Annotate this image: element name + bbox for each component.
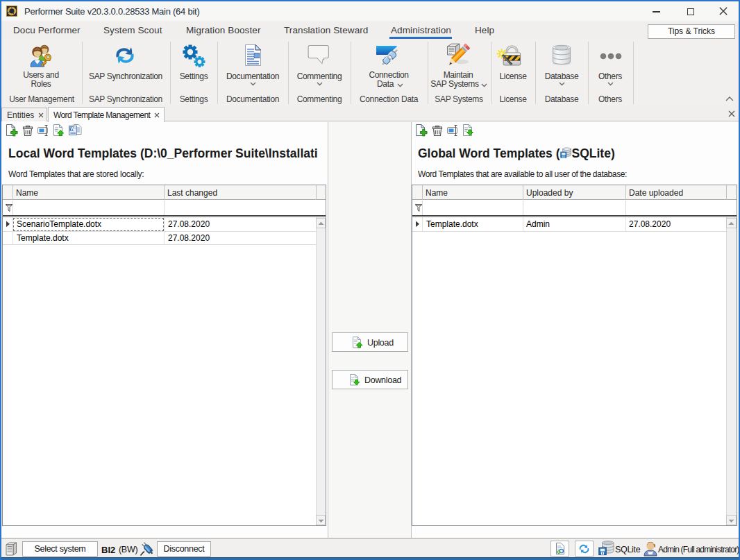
svg-text:W: W	[70, 126, 75, 131]
